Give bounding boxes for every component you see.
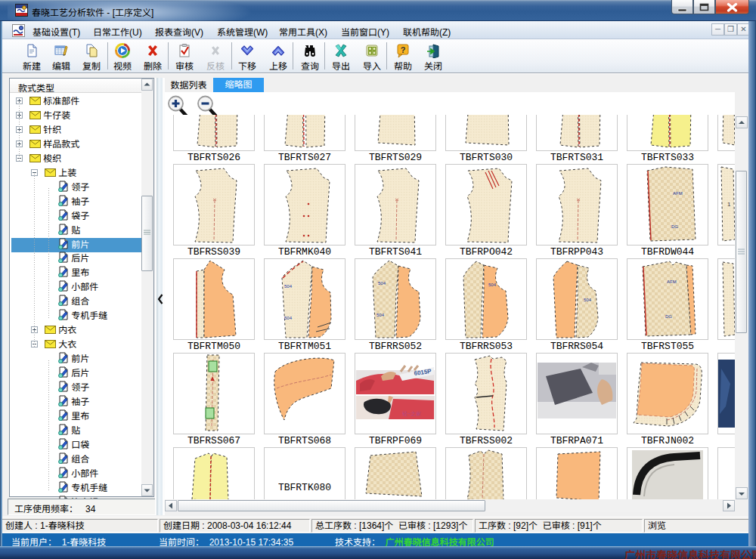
svg-text:504: 504 xyxy=(584,298,592,302)
svg-text:504: 504 xyxy=(284,284,293,289)
svg-text:504: 504 xyxy=(378,281,386,286)
svg-text:504: 504 xyxy=(376,313,385,317)
svg-text:504: 504 xyxy=(488,283,497,287)
svg-text:DG: DG xyxy=(665,314,672,319)
svg-text:轻~之家: 轻~之家 xyxy=(402,411,421,417)
svg-text:504: 504 xyxy=(284,316,293,320)
svg-text:DG: DG xyxy=(671,224,678,229)
svg-text:AFM: AFM xyxy=(667,280,677,284)
svg-text:?: ? xyxy=(401,45,406,54)
svg-text:AFM: AFM xyxy=(673,191,683,196)
svg-text:1: 1 xyxy=(727,201,731,208)
